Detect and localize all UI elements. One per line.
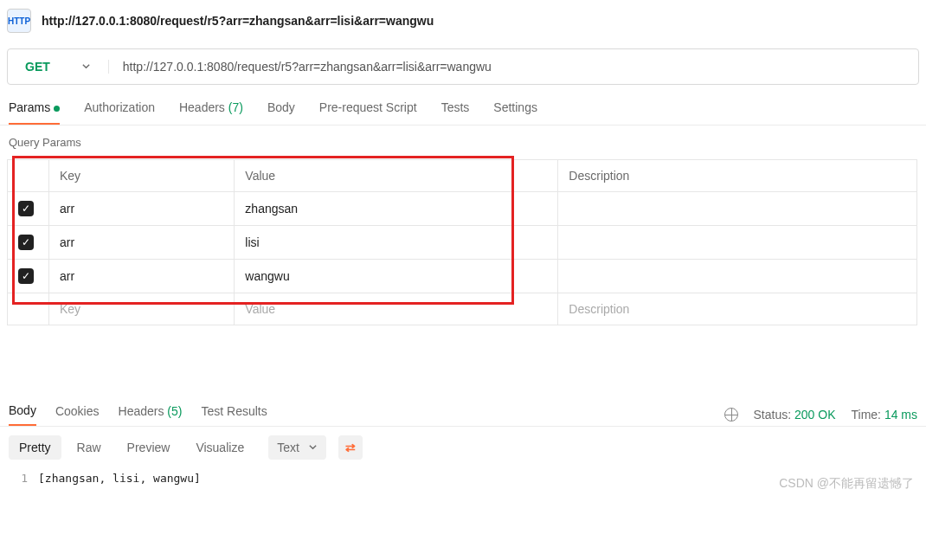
cell-description[interactable] — [558, 192, 917, 226]
row-checkbox[interactable]: ✓ — [18, 235, 34, 250]
request-tabs: Params Authorization Headers (7) Body Pr… — [0, 85, 926, 126]
view-visualize[interactable]: Visualize — [185, 435, 254, 460]
tab-prerequest[interactable]: Pre-request Script — [319, 100, 417, 125]
table-row: ✓ arr zhangsan — [8, 192, 917, 226]
col-description: Description — [558, 160, 917, 192]
wrap-lines-button[interactable]: ⇄ — [338, 435, 363, 460]
table-row: ✓ arr lisi — [8, 226, 917, 260]
row-checkbox[interactable]: ✓ — [18, 201, 34, 216]
response-view-bar: Pretty Raw Preview Visualize Text ⇄ — [0, 427, 926, 468]
resp-tab-body[interactable]: Body — [9, 403, 36, 426]
table-row: ✓ arr wangwu — [8, 260, 917, 293]
cell-key[interactable]: arr — [49, 226, 235, 260]
status-container: Status: 200 OK — [754, 408, 836, 422]
row-checkbox[interactable]: ✓ — [18, 268, 34, 284]
new-description-input[interactable]: Description — [558, 293, 917, 325]
language-select[interactable]: Text — [268, 435, 326, 460]
resp-tab-tests[interactable]: Test Results — [201, 404, 267, 425]
time-container: Time: 14 ms — [852, 408, 918, 422]
tab-authorization[interactable]: Authorization — [84, 100, 155, 125]
view-pretty[interactable]: Pretty — [9, 435, 61, 460]
tab-params[interactable]: Params — [9, 100, 60, 125]
table-row-new: Key Value Description — [8, 293, 917, 325]
response-tabs: Body Cookies Headers (5) Test Results St… — [0, 395, 926, 427]
tab-headers[interactable]: Headers (7) — [179, 100, 243, 125]
cell-value[interactable]: zhangsan — [235, 192, 558, 226]
col-key: Key — [49, 160, 235, 192]
chevron-down-icon — [81, 60, 91, 74]
query-params-heading: Query Params — [0, 126, 926, 159]
request-title: http://127.0.0.1:8080/request/r5?arr=zha… — [42, 14, 434, 28]
response-text[interactable]: [zhangsan, lisi, wangwu] — [38, 472, 201, 485]
modified-dot-icon — [54, 106, 60, 112]
cell-description[interactable] — [558, 260, 917, 293]
tab-tests[interactable]: Tests — [441, 100, 470, 125]
http-protocol-icon: HTTP — [7, 9, 31, 33]
col-toggle — [8, 160, 49, 192]
language-label: Text — [277, 441, 299, 454]
globe-icon[interactable] — [724, 408, 738, 422]
new-value-input[interactable]: Value — [235, 293, 558, 325]
watermark: CSDN @不能再留遗憾了 — [779, 476, 914, 492]
new-key-input[interactable]: Key — [49, 293, 235, 325]
chevron-down-icon — [308, 441, 318, 454]
cell-description[interactable] — [558, 226, 917, 260]
tab-body[interactable]: Body — [267, 100, 295, 125]
line-number: 1 — [9, 472, 38, 485]
view-raw[interactable]: Raw — [67, 435, 112, 460]
query-params-table: Key Value Description ✓ arr zhangsan ✓ a… — [7, 159, 917, 325]
cell-value[interactable]: lisi — [235, 226, 558, 260]
cell-key[interactable]: arr — [49, 260, 235, 293]
http-method-label: GET — [25, 60, 50, 74]
view-preview[interactable]: Preview — [117, 435, 181, 460]
tab-settings[interactable]: Settings — [493, 100, 537, 125]
resp-tab-cookies[interactable]: Cookies — [55, 404, 100, 425]
status-code: 200 OK — [794, 408, 835, 422]
col-value: Value — [235, 160, 558, 192]
response-time: 14 ms — [884, 408, 917, 422]
cell-value[interactable]: wangwu — [235, 260, 558, 293]
cell-key[interactable]: arr — [49, 192, 235, 226]
http-method-select[interactable]: GET — [8, 60, 109, 74]
resp-tab-headers[interactable]: Headers (5) — [119, 404, 183, 425]
url-input[interactable]: http://127.0.0.1:8080/request/r5?arr=zha… — [109, 60, 918, 74]
